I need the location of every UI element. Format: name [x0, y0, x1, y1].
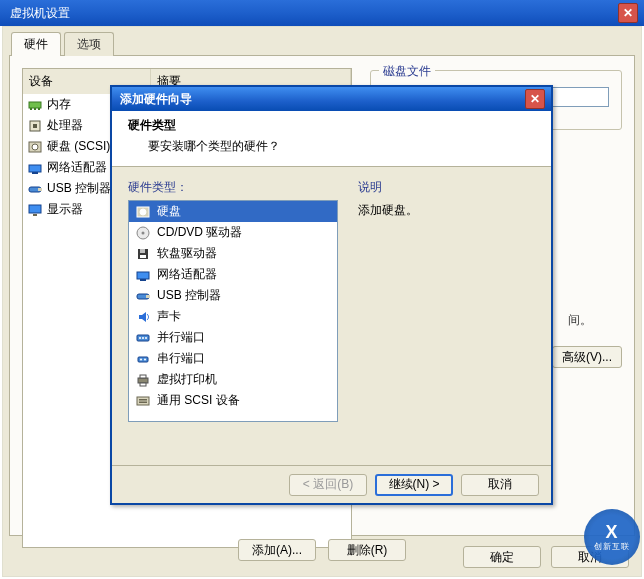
hardware-type-label: 网络适配器	[157, 266, 217, 283]
back-button: < 返回(B)	[289, 474, 367, 496]
add-button[interactable]: 添加(A)...	[238, 539, 316, 561]
hardware-type-label: 软盘驱动器	[157, 245, 217, 262]
hardware-type-item[interactable]: 软盘驱动器	[129, 243, 337, 264]
hardware-type-item[interactable]: 声卡	[129, 306, 337, 327]
outer-titlebar[interactable]: 虚拟机设置 ✕	[0, 0, 644, 26]
svg-rect-13	[33, 214, 37, 216]
floppy-icon	[135, 246, 151, 262]
svg-point-28	[145, 337, 147, 339]
hardware-type-item[interactable]: 并行端口	[129, 327, 337, 348]
wizard-heading: 硬件类型	[128, 117, 535, 134]
add-hardware-wizard: 添加硬件向导 ✕ 硬件类型 要安装哪个类型的硬件？ 硬件类型： 硬盘CD/DVD…	[110, 85, 553, 505]
hardware-type-item[interactable]: 串行端口	[129, 348, 337, 369]
device-label: 处理器	[47, 117, 83, 134]
hardware-type-label: 并行端口	[157, 329, 205, 346]
device-label: 显示器	[47, 201, 83, 218]
svg-point-31	[144, 358, 146, 360]
description-text: 添加硬盘。	[358, 202, 535, 219]
hardware-type-label: USB 控制器	[157, 287, 221, 304]
svg-point-30	[140, 358, 142, 360]
watermark-line1: 创新互联	[594, 541, 630, 552]
hardware-type-item[interactable]: USB 控制器	[129, 285, 337, 306]
watermark-big: X	[605, 523, 618, 541]
tab-hardware[interactable]: 硬件	[11, 32, 61, 56]
outer-title-label: 虚拟机设置	[6, 5, 616, 22]
close-icon[interactable]: ✕	[618, 3, 638, 23]
svg-point-15	[140, 209, 146, 215]
hardware-type-label: 虚拟打印机	[157, 371, 217, 388]
sound-icon	[135, 309, 151, 325]
svg-rect-20	[140, 255, 146, 258]
ok-button[interactable]: 确定	[463, 546, 541, 568]
network-icon	[135, 267, 151, 283]
svg-rect-32	[138, 378, 148, 383]
hardware-types-list[interactable]: 硬盘CD/DVD 驱动器软盘驱动器网络适配器USB 控制器声卡并行端口串行端口虚…	[128, 200, 338, 422]
svg-rect-34	[140, 383, 146, 386]
svg-point-7	[32, 144, 38, 150]
hardware-type-label: 通用 SCSI 设备	[157, 392, 240, 409]
svg-rect-37	[139, 401, 147, 403]
hardware-type-label: 硬盘	[157, 203, 181, 220]
wizard-titlebar[interactable]: 添加硬件向导 ✕	[112, 87, 551, 111]
hardware-type-label: 声卡	[157, 308, 181, 325]
cd-icon	[135, 225, 151, 241]
disk-icon	[27, 139, 43, 155]
svg-rect-11	[38, 188, 42, 191]
tab-strip: 硬件 选项	[3, 27, 641, 55]
svg-point-17	[142, 231, 145, 234]
hardware-type-item[interactable]: 网络适配器	[129, 264, 337, 285]
hardware-type-label: 串行端口	[157, 350, 205, 367]
hardware-type-item[interactable]: 硬盘	[129, 201, 337, 222]
cpu-icon	[27, 118, 43, 134]
svg-rect-2	[34, 108, 36, 110]
wizard-cancel-button[interactable]: 取消	[461, 474, 539, 496]
hardware-type-item[interactable]: 虚拟打印机	[129, 369, 337, 390]
wizard-body: 硬件类型： 硬盘CD/DVD 驱动器软盘驱动器网络适配器USB 控制器声卡并行端…	[112, 167, 551, 434]
printer-icon	[135, 372, 151, 388]
svg-rect-29	[138, 357, 148, 362]
hardware-type-item[interactable]: CD/DVD 驱动器	[129, 222, 337, 243]
description-column: 说明 添加硬盘。	[358, 179, 535, 219]
svg-point-27	[142, 337, 144, 339]
device-label: 网络适配器	[47, 159, 107, 176]
svg-rect-21	[137, 272, 149, 279]
svg-rect-35	[137, 397, 149, 405]
svg-rect-9	[32, 172, 38, 174]
disk-file-legend: 磁盘文件	[379, 63, 435, 80]
svg-rect-5	[33, 124, 37, 128]
remove-button[interactable]: 删除(R)	[328, 539, 406, 561]
wizard-title-label: 添加硬件向导	[118, 91, 523, 108]
hardware-type-item[interactable]: 通用 SCSI 设备	[129, 390, 337, 411]
serial-icon	[135, 351, 151, 367]
svg-rect-36	[139, 399, 147, 401]
wizard-subheading: 要安装哪个类型的硬件？	[128, 138, 535, 155]
wizard-header: 硬件类型 要安装哪个类型的硬件？	[112, 111, 551, 167]
usb-icon	[27, 181, 43, 197]
svg-rect-22	[140, 279, 146, 281]
disk-icon	[135, 204, 151, 220]
advanced-button-label: 高级(V)...	[562, 349, 612, 366]
svg-rect-24	[146, 295, 150, 298]
close-icon[interactable]: ✕	[525, 89, 545, 109]
dash-label: -	[556, 572, 560, 579]
usb-icon	[135, 288, 151, 304]
svg-rect-0	[29, 102, 41, 108]
svg-rect-12	[29, 205, 41, 213]
svg-rect-3	[38, 108, 40, 110]
scsi-icon	[135, 393, 151, 409]
device-label: 硬盘 (SCSI)	[47, 138, 110, 155]
network-icon	[27, 160, 43, 176]
description-label: 说明	[358, 179, 535, 196]
svg-rect-1	[30, 108, 32, 110]
parallel-icon	[135, 330, 151, 346]
tab-options[interactable]: 选项	[64, 32, 114, 56]
memory-icon	[27, 97, 43, 113]
svg-point-26	[139, 337, 141, 339]
display-icon	[27, 202, 43, 218]
truncated-text: 间。	[568, 312, 592, 329]
svg-rect-19	[140, 249, 145, 253]
advanced-button[interactable]: 高级(V)...	[552, 346, 622, 368]
watermark-logo: X 创新互联	[584, 509, 640, 565]
next-button[interactable]: 继续(N) >	[375, 474, 453, 496]
svg-rect-33	[140, 375, 146, 378]
